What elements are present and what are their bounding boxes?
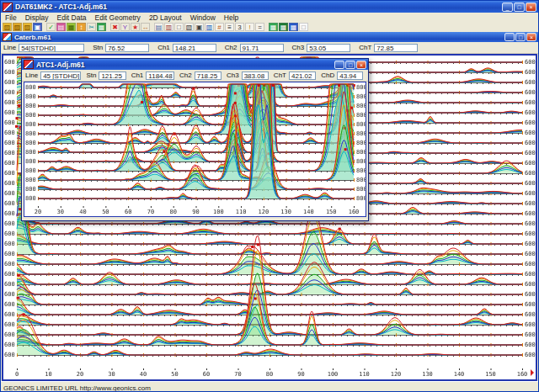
pan-icon[interactable]: ↔ bbox=[141, 23, 150, 31]
list-icon[interactable]: ≡ bbox=[225, 23, 234, 31]
app-icon bbox=[3, 3, 13, 12]
atc1-close-button[interactable]: × bbox=[356, 61, 366, 69]
title-bar[interactable]: DAT61MK2 - ATC1-Adj.m61 _ □ × bbox=[1, 1, 538, 13]
menu-window[interactable]: Window bbox=[186, 13, 220, 22]
edit-data-icon[interactable]: ▤ bbox=[56, 23, 66, 31]
atc1-window[interactable]: ATC1-Adj.m61 _ □ × Line45 [STDHD]Stn121.… bbox=[21, 58, 369, 221]
atc1-plot-canvas[interactable] bbox=[24, 82, 366, 216]
caterb-field-value-cht[interactable]: 72.85 bbox=[374, 44, 418, 52]
exclaim-icon[interactable]: ! bbox=[245, 23, 254, 31]
cascade-windows-icon[interactable]: ▣ bbox=[195, 23, 204, 31]
atc1-field-label-cht: ChT bbox=[274, 72, 286, 79]
atc1-field-value-ch2[interactable]: 718.25 bbox=[195, 72, 221, 80]
contour-view-icon[interactable]: ▥ bbox=[164, 23, 173, 31]
atc1-maximize-button[interactable]: □ bbox=[345, 61, 355, 69]
atc1-field-row: Line45 [STDHD]Stn121.25Ch11184.48Ch2718.… bbox=[22, 70, 368, 82]
atc1-plot-frame[interactable] bbox=[24, 82, 366, 217]
grid-lines-icon[interactable]: ▥ bbox=[205, 23, 214, 31]
split-line-icon[interactable]: Y bbox=[120, 23, 130, 31]
tile-windows-icon[interactable]: ▧ bbox=[184, 23, 194, 31]
atc1-title-bar[interactable]: ATC1-Adj.m61 _ □ × bbox=[22, 59, 368, 70]
window-controls: _ □ × bbox=[502, 3, 536, 12]
atc1-field-label-ch1: Ch1 bbox=[131, 72, 144, 79]
status-bar: GEONICS LIMITED URL http://www.geonics.c… bbox=[1, 381, 538, 392]
caterb-field-value-ch2[interactable]: 91.71 bbox=[240, 44, 284, 52]
caterb-field-value-ch1[interactable]: 148.21 bbox=[173, 44, 216, 52]
caterb-minimize-button[interactable]: _ bbox=[504, 33, 515, 41]
app-window: DAT61MK2 - ATC1-Adj.m61 _ □ × FileDispla… bbox=[0, 0, 539, 392]
atc1-field-value-line[interactable]: 45 [STDHD] bbox=[40, 72, 81, 80]
caterb-field-value-line[interactable]: 54[STDHD] bbox=[19, 44, 84, 52]
atc1-field-value-cht[interactable]: 421.02 bbox=[289, 72, 316, 80]
close-button[interactable]: × bbox=[526, 3, 536, 12]
map-plain-icon[interactable]: □ bbox=[299, 23, 308, 31]
caterb-field-label-ch3: Ch3 bbox=[292, 44, 305, 51]
restore-button[interactable]: □ bbox=[514, 3, 525, 12]
edit-geometry-icon[interactable]: ▦ bbox=[67, 23, 76, 31]
caterb-maximize-button[interactable]: □ bbox=[515, 33, 526, 41]
caterb-field-row: Line54[STDHD]Stn76.52Ch1148.21Ch291.71Ch… bbox=[1, 42, 538, 54]
accept-check-icon[interactable]: ✓ bbox=[46, 23, 56, 31]
caterb-close-button[interactable]: × bbox=[526, 33, 536, 41]
caterb-field-label-ch1: Ch1 bbox=[157, 44, 170, 51]
caterb-field-label-stn: Stn bbox=[93, 44, 103, 51]
menu-display[interactable]: Display bbox=[21, 13, 53, 22]
zoom-window-icon[interactable]: □ bbox=[174, 23, 184, 31]
map-blue-icon[interactable]: ▦ bbox=[289, 23, 298, 31]
menu-edit-data[interactable]: Edit Data bbox=[53, 13, 91, 22]
open-add-icon[interactable]: ▨ bbox=[13, 23, 22, 31]
cut-icon[interactable]: ✂ bbox=[87, 23, 96, 31]
table-icon[interactable]: ▦ bbox=[97, 23, 106, 31]
profile-view-icon[interactable]: ▤ bbox=[154, 23, 163, 31]
map-green-icon[interactable]: ▦ bbox=[269, 23, 278, 31]
atc1-field-label-stn: Stn bbox=[86, 72, 96, 79]
open-file-icon[interactable]: ▨ bbox=[3, 23, 12, 31]
marker-icon[interactable]: ★ bbox=[131, 23, 140, 31]
window-title: DAT61MK2 - ATC1-Adj.m61 bbox=[15, 3, 502, 11]
caterb-field-value-stn[interactable]: 76.52 bbox=[105, 44, 149, 52]
caterb-window-title: Caterb.m61 bbox=[14, 34, 504, 41]
menu-file[interactable]: File bbox=[1, 13, 21, 22]
atc1-field-label-ch3: Ch3 bbox=[227, 72, 239, 79]
atc1-window-title: ATC1-Adj.m61 bbox=[36, 61, 334, 69]
open-recent-icon[interactable]: ▨ bbox=[23, 23, 32, 31]
atc1-window-controls: _ □ × bbox=[334, 61, 366, 69]
atc1-field-value-stn[interactable]: 121.25 bbox=[99, 72, 125, 80]
map-dark-icon[interactable]: ▦ bbox=[279, 23, 288, 31]
save-icon[interactable]: ▣ bbox=[33, 23, 42, 31]
caterb-window-icon bbox=[3, 33, 12, 41]
delete-icon[interactable]: ✖ bbox=[110, 23, 120, 31]
atc1-field-value-ch1[interactable]: 1184.48 bbox=[146, 72, 174, 80]
menu-help[interactable]: Help bbox=[220, 13, 243, 22]
caterb-field-label-cht: ChT bbox=[359, 44, 371, 51]
status-text: GEONICS LIMITED URL http://www.geonics.c… bbox=[3, 384, 151, 392]
caterb-window-controls: _ □ × bbox=[504, 33, 536, 41]
atc1-field-value-chd[interactable]: 43.94 bbox=[337, 72, 363, 80]
caterb-field-label-line: Line bbox=[3, 44, 16, 51]
station-marks-icon[interactable]: # bbox=[215, 23, 224, 31]
atc1-field-label-line: Line bbox=[25, 72, 38, 79]
menu-2d-layout[interactable]: 2D Layout bbox=[145, 13, 186, 22]
caterb-field-label-ch2: Ch2 bbox=[225, 44, 237, 51]
menu-edit-geometry[interactable]: Edit Geometry bbox=[91, 13, 145, 22]
caterb-field-value-ch3[interactable]: 53.05 bbox=[307, 44, 350, 52]
caterb-title-bar[interactable]: Caterb.m61 _ □ × bbox=[1, 32, 538, 42]
atc1-window-icon bbox=[24, 60, 34, 69]
atc1-field-label-ch2: Ch2 bbox=[179, 72, 192, 79]
atc1-field-label-chd: ChD bbox=[321, 72, 334, 79]
three-d-icon[interactable]: 3 bbox=[235, 23, 244, 31]
minimize-button[interactable]: _ bbox=[502, 3, 513, 12]
atc1-minimize-button[interactable]: _ bbox=[334, 61, 344, 69]
equals-icon[interactable]: = bbox=[255, 23, 264, 31]
sort-stations-icon[interactable]: ↕ bbox=[77, 23, 86, 31]
atc1-field-value-ch3[interactable]: 383.08 bbox=[242, 72, 269, 80]
